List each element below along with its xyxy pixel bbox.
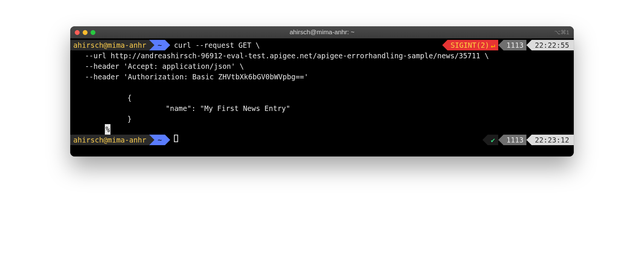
output-json-open: { — [70, 93, 574, 103]
traffic-lights — [75, 30, 95, 35]
prompt-time: 22:22:55 — [532, 40, 574, 50]
history-number: 1113 — [503, 40, 527, 50]
window-titlebar[interactable]: ahirsch@mima-anhr: ~ ⌥⌘1 — [70, 26, 574, 38]
zoom-icon[interactable] — [91, 30, 95, 35]
status-separator-icon — [442, 40, 447, 50]
status-signal-badge: SIGINT(2) ↵ — [447, 40, 498, 50]
output-json-field: "name": "My First News Entry" — [70, 103, 574, 114]
command-text-line2: --url http://andreashirsch-96912-eval-te… — [70, 50, 574, 61]
prompt-user-host: ahirsch@mima-anhr — [70, 40, 149, 50]
status-ok-badge: ✔ — [488, 135, 498, 145]
prompt2-user-host: ahirsch@mima-anhr — [70, 135, 149, 145]
user-host-text-2: ahirsch@mima-anhr — [73, 135, 146, 145]
terminal-body[interactable]: ahirsch@mima-anhr ~ curl --request GET \… — [70, 38, 574, 156]
time2-separator-icon — [526, 135, 532, 145]
prompt-line-1: ahirsch@mima-anhr ~ curl --request GET \… — [70, 40, 574, 50]
history-number-2: 1113 — [503, 135, 527, 145]
output-eol-marker-row: % — [70, 124, 574, 135]
user-host-text: ahirsch@mima-anhr — [73, 40, 146, 50]
screenshot-canvas: ahirsch@mima-anhr: ~ ⌥⌘1 ahirsch@mima-an… — [0, 0, 644, 261]
close-icon[interactable] — [75, 30, 80, 35]
ok-separator-icon — [482, 135, 488, 145]
prompt-separator-icon — [165, 40, 170, 50]
status-signal-text: SIGINT(2) — [450, 40, 489, 50]
minimize-icon[interactable] — [83, 30, 88, 35]
history2-separator-icon — [498, 135, 503, 145]
cwd-text-2: ~ — [157, 135, 162, 145]
time-separator-icon — [526, 40, 532, 50]
prompt2-time: 22:23:12 — [532, 135, 574, 145]
cursor[interactable] — [174, 135, 178, 142]
history-separator-icon — [498, 40, 503, 50]
blank-line — [70, 82, 574, 93]
prompt-line-2: ahirsch@mima-anhr ~ ✔ 1113 — [70, 135, 574, 145]
percent-eol-icon: % — [105, 124, 110, 135]
window-pane-indicator: ⌥⌘1 — [554, 29, 569, 36]
cwd-text: ~ — [157, 40, 162, 50]
checkmark-icon: ✔ — [491, 135, 495, 145]
output-json-close: } — [70, 114, 574, 124]
command-text-line1: curl --request GET \ — [170, 40, 260, 50]
terminal-window[interactable]: ahirsch@mima-anhr: ~ ⌥⌘1 ahirsch@mima-an… — [70, 26, 574, 156]
command-text-line4: --header 'Authorization: Basic ZHVtbXk6b… — [70, 71, 574, 82]
command-text-line3: --header 'Accept: application/json' \ — [70, 61, 574, 71]
return-icon: ↵ — [491, 40, 495, 50]
prompt2-separator-icon — [165, 135, 170, 145]
window-title: ahirsch@mima-anhr: ~ — [70, 29, 574, 36]
